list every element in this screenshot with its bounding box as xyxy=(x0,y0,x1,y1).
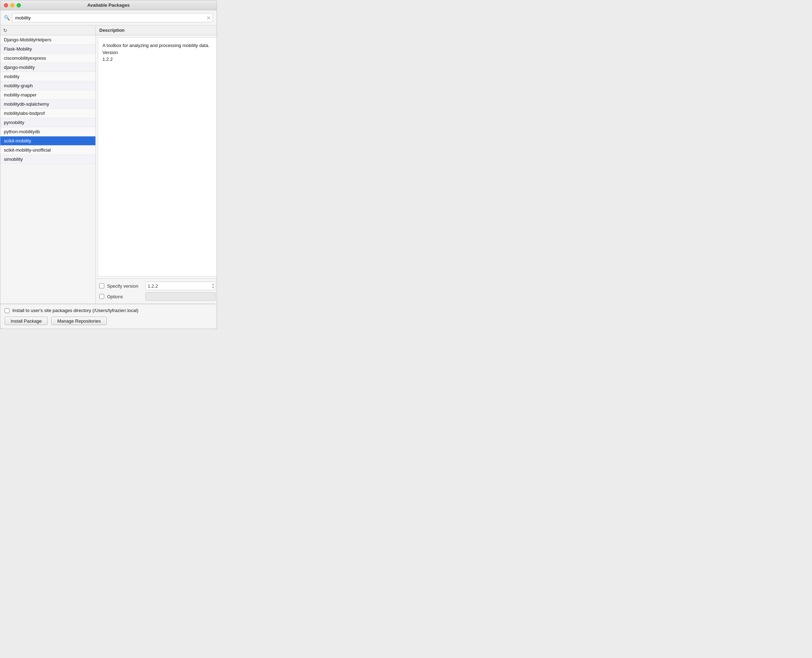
specify-version-checkbox[interactable] xyxy=(99,284,104,288)
version-input-wrapper: ▲ ▼ xyxy=(145,282,216,290)
options-label: Options xyxy=(107,294,142,299)
install-user-site-checkbox[interactable] xyxy=(5,308,9,313)
package-item[interactable]: scikit-mobility xyxy=(0,136,95,146)
search-icon: 🔍 xyxy=(4,15,10,20)
description-panel: Description A toolbox for analyzing and … xyxy=(96,25,217,304)
install-user-site-label: Install to user's site packages director… xyxy=(13,308,139,313)
package-list: Django-MobilityHelpersFlask-Mobilitycisc… xyxy=(0,35,95,304)
specify-version-label: Specify version xyxy=(107,284,142,289)
version-field[interactable] xyxy=(145,282,216,290)
manage-repositories-button[interactable]: Manage Repositories xyxy=(51,316,107,325)
package-item[interactable]: python-mobilitydb xyxy=(0,127,95,136)
package-item[interactable]: mobility xyxy=(0,72,95,81)
close-button[interactable] xyxy=(4,3,8,8)
main-window: Available Packages 🔍 ✕ ↻ Django-Mobility… xyxy=(0,0,217,329)
stepper-down-icon[interactable]: ▼ xyxy=(212,286,214,289)
package-item[interactable]: ciscomobilityexpress xyxy=(0,54,95,63)
package-item[interactable]: scikit-mobility-unofficial xyxy=(0,146,95,155)
package-item[interactable]: mobilitylabs-bsdprof xyxy=(0,109,95,118)
search-wrapper: ✕ xyxy=(12,13,213,22)
install-package-button[interactable]: Install Package xyxy=(5,316,48,325)
options-checkbox[interactable] xyxy=(99,294,104,299)
search-bar: 🔍 ✕ xyxy=(0,10,217,25)
window-controls xyxy=(4,3,21,8)
install-checkbox-row: Install to user's site packages director… xyxy=(5,308,212,313)
package-item[interactable]: Django-MobilityHelpers xyxy=(0,35,95,44)
bottom-bar: Install to user's site packages director… xyxy=(0,304,217,329)
refresh-icon[interactable]: ↻ xyxy=(3,28,8,33)
maximize-button[interactable] xyxy=(17,3,21,8)
package-item[interactable]: simobility xyxy=(0,155,95,164)
description-header: Description xyxy=(96,25,217,35)
package-item[interactable]: pymobility xyxy=(0,118,95,127)
package-item[interactable]: Flask-Mobility xyxy=(0,44,95,54)
button-row: Install Package Manage Repositories xyxy=(5,316,212,325)
window-title: Available Packages xyxy=(87,3,130,8)
version-stepper[interactable]: ▲ ▼ xyxy=(212,283,214,289)
title-bar: Available Packages xyxy=(0,0,217,10)
list-toolbar: ↻ xyxy=(0,25,95,35)
package-list-panel: ↻ Django-MobilityHelpersFlask-Mobilityci… xyxy=(0,25,96,304)
options-field[interactable] xyxy=(145,292,216,301)
main-content: ↻ Django-MobilityHelpersFlask-Mobilityci… xyxy=(0,25,217,304)
package-item[interactable]: mobility-graph xyxy=(0,81,95,91)
minimize-button[interactable] xyxy=(10,3,14,8)
package-item[interactable]: mobilitydb-sqlalchemy xyxy=(0,100,95,109)
version-row: Specify version ▲ ▼ xyxy=(99,282,216,290)
version-options: Specify version ▲ ▼ Options xyxy=(96,279,217,304)
search-input[interactable] xyxy=(12,13,213,22)
description-body: A toolbox for analyzing and processing m… xyxy=(98,38,217,276)
package-item[interactable]: django-mobility xyxy=(0,63,95,72)
clear-search-button[interactable]: ✕ xyxy=(207,15,211,20)
stepper-up-icon[interactable]: ▲ xyxy=(212,283,214,286)
description-label: Description xyxy=(99,28,125,33)
options-row: Options xyxy=(99,292,216,301)
package-item[interactable]: mobility-mapper xyxy=(0,91,95,100)
